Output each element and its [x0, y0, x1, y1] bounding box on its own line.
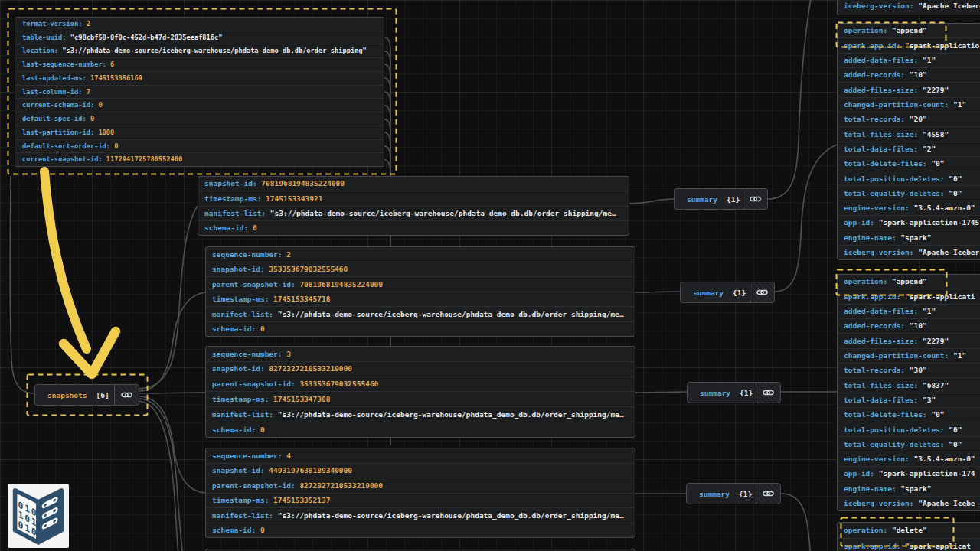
kv-row: manifest-list: "s3://phdata-demo-source/…	[206, 507, 635, 523]
kv-row: spark.app.id: "spark-applicatio	[838, 37, 980, 52]
kv-row: snapshot-id: 8272327210533219000	[206, 361, 635, 377]
summary-node-4[interactable]: summary {1}	[686, 483, 781, 504]
kv-row: engine-version: "3.5.4-amzn-0"	[838, 452, 980, 466]
edge-metadata-bundle	[384, 78, 390, 94]
kv-row: total-data-files: "3"	[838, 393, 980, 407]
edge-metadata-bundle	[384, 64, 390, 80]
kv-row: schema-id: 0	[206, 523, 635, 538]
edge-snapshots-3	[139, 393, 205, 393]
edge-summary2-out	[775, 145, 837, 292]
kv-row: total-records: "20"	[838, 112, 980, 126]
kv-row: changed-partition-count: "1"	[838, 348, 980, 363]
snapshot-node-1[interactable]: snapshot-id: 7081968194835224000timestam…	[198, 176, 629, 236]
kv-row: added-data-files: "1"	[838, 304, 980, 318]
edge-snapshots-4	[139, 396, 205, 493]
kv-row: timestamp-ms: 1745153343921	[198, 191, 629, 205]
kv-row: total-equality-deletes: "0"	[838, 436, 980, 451]
edge-snap1-summary1	[629, 199, 674, 204]
kv-row: sequence-number: 3	[206, 347, 635, 361]
kv-row: total-files-size: "6837"	[838, 377, 980, 392]
edge-metadata-bundle	[384, 106, 390, 122]
kv-row: app-id: "spark-application-174	[838, 466, 980, 481]
edge-metadata-bundle	[384, 37, 390, 54]
kv-row: engine-name: "spark"	[838, 230, 980, 244]
link-icon[interactable]	[756, 484, 780, 504]
phdata-logo: 010 101 010	[8, 484, 69, 548]
kv-row: operation: "delete"	[838, 523, 980, 538]
data-book-icon: 010 101 010	[8, 484, 69, 548]
summary-label: summary	[675, 195, 717, 204]
kv-row: engine-name: "spark"	[838, 481, 980, 495]
kv-row: app-id: "spark-application-1745	[838, 215, 980, 230]
kv-row: table-uuid: "c98cbf58-0f0c-452d-b47d-203…	[15, 31, 384, 44]
kv-row: snapshot-id: 7081968194835224000	[198, 177, 629, 191]
edge-metadata-bundle	[384, 160, 390, 176]
kv-row: iceberg-version: "Apache Iceber	[838, 245, 980, 259]
kv-row: operation: "append"	[838, 24, 980, 37]
kv-row: added-data-files: "1"	[838, 53, 980, 67]
kv-row: total-delete-files: "0"	[838, 407, 980, 422]
kv-row: parent-snapshot-id: 353353679032555460	[206, 377, 635, 392]
edge-snapshots-2	[139, 292, 205, 391]
summary-label: summary	[688, 389, 730, 397]
edge-metadata-bundle	[384, 146, 390, 162]
kv-row: last-partition-id: 1000	[15, 126, 384, 139]
summary-content-partial-top[interactable]: iceberg-version: "Apache Iceberg	[837, 0, 980, 15]
snapshots-label: snapshots	[35, 391, 87, 399]
annotation-arrow-head	[64, 331, 116, 374]
snapshots-count: [6]	[96, 391, 109, 399]
summary-node-1[interactable]: summary {1}	[674, 188, 768, 210]
edge-summary1-out	[768, 0, 813, 199]
summary-count: {1}	[733, 289, 746, 297]
summary-content-append-1[interactable]: operation: "append"spark.app.id: "spark-…	[837, 23, 980, 260]
summary-content-delete[interactable]: operation: "delete"spark.app.id: "spark-…	[837, 522, 980, 551]
kv-row: sequence-number: 2	[206, 247, 635, 262]
link-icon[interactable]	[114, 385, 139, 405]
kv-row: total-equality-deletes: "0"	[838, 185, 980, 200]
edge-metadata-bundle	[384, 119, 390, 135]
summary-label: summary	[681, 289, 724, 297]
link-icon[interactable]	[756, 383, 780, 403]
kv-row: spark.app.id: "spark-applicat	[838, 538, 980, 551]
summary-count: {1}	[739, 490, 752, 498]
kv-row: last-column-id: 7	[15, 85, 384, 99]
kv-row: timestamp-ms: 1745153347308	[206, 391, 635, 406]
kv-row: added-records: "10"	[838, 67, 980, 82]
kv-row: iceberg-version: "Apache Icebe	[838, 496, 980, 510]
kv-row: current-snapshot-id: 1172941725780552400	[15, 152, 384, 166]
link-icon[interactable]	[743, 189, 767, 209]
kv-row: total-position-deletes: "0"	[838, 171, 980, 185]
kv-row: total-position-deletes: "0"	[838, 422, 980, 436]
graph-canvas[interactable]: format-version: 2table-uuid: "c98cbf58-0…	[0, 0, 980, 551]
kv-row: default-sort-order-id: 0	[15, 139, 384, 153]
metadata-node[interactable]: format-version: 2table-uuid: "c98cbf58-0…	[15, 17, 384, 167]
edge-snapshots-6	[139, 401, 184, 551]
link-icon[interactable]	[750, 282, 774, 302]
kv-row: last-updated-ms: 1745153356169	[15, 71, 384, 85]
kv-row: format-version: 2	[15, 18, 384, 31]
snapshot-node-4[interactable]: sequence-number: 4snapshot-id: 449319763…	[205, 448, 635, 538]
kv-row: schema-id: 0	[206, 422, 635, 437]
kv-row: total-files-size: "4558"	[838, 126, 980, 141]
edge-snapshots-1	[139, 206, 198, 389]
kv-row: location: "s3://phdata-demo-source/icebe…	[15, 44, 384, 57]
edge-snap2-summary2	[635, 292, 680, 292]
summary-node-2[interactable]: summary {1}	[680, 282, 775, 303]
kv-row: timestamp-ms: 1745153345718	[206, 292, 635, 307]
kv-row: total-records: "30"	[838, 363, 980, 377]
summary-node-3[interactable]: summary {1}	[687, 382, 781, 403]
kv-row: parent-snapshot-id: 8272327210533219000	[206, 478, 635, 493]
kv-row: timestamp-ms: 1745153352137	[206, 493, 635, 508]
edge-metadata-bundle	[384, 51, 390, 67]
snapshot-node-2[interactable]: sequence-number: 2snapshot-id: 353353679…	[205, 246, 635, 337]
kv-row: spark.app.id: "spark-applicati	[838, 289, 980, 303]
snapshots-node[interactable]: snapshots [6]	[34, 384, 139, 406]
kv-row: added-records: "10"	[838, 318, 980, 333]
kv-row: snapshot-id: 4493197638189340000	[206, 463, 635, 478]
summary-content-append-2[interactable]: operation: "append"spark.app.id: "spark-…	[837, 274, 980, 511]
kv-row: manifest-list: "s3://phdata-demo-source/…	[206, 306, 635, 321]
kv-row: operation: "append"	[838, 275, 980, 289]
snapshot-node-3[interactable]: sequence-number: 3snapshot-id: 827232721…	[205, 346, 635, 438]
kv-row: schema-id: 0	[198, 220, 629, 235]
edge-snapshots-5	[139, 399, 189, 551]
